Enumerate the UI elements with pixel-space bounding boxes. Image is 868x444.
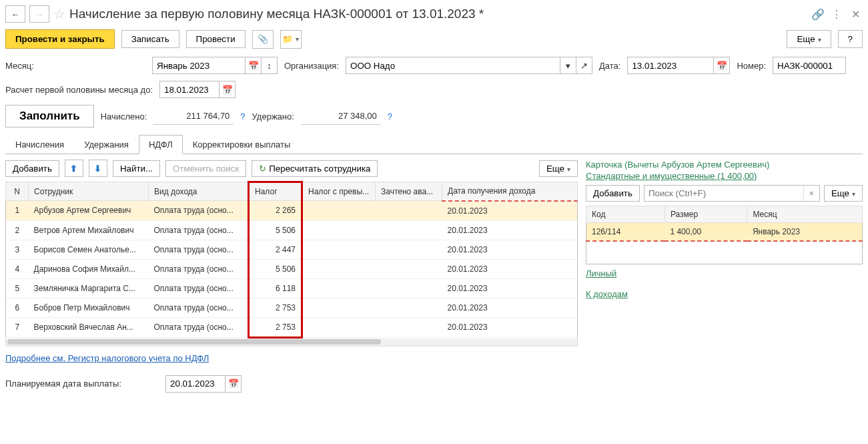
col-income-type[interactable]: Вид дохода [149,182,249,201]
tab-deductions[interactable]: Удержания [74,135,139,154]
std-deductions-link[interactable]: Стандартные и имущественные (1 400,00) [586,171,757,181]
help-button[interactable]: ? [838,30,863,48]
to-income-link[interactable]: К доходам [586,289,628,299]
favorite-star-icon[interactable]: ☆ [53,6,65,22]
date-input[interactable] [627,57,714,74]
date-calendar-icon[interactable]: 📅 [714,57,730,74]
find-button[interactable]: Найти... [113,160,160,177]
move-down-button[interactable]: ⬇ [89,160,107,177]
right-more-button[interactable]: Еще▾ [824,185,863,202]
rcol-code[interactable]: Код [586,206,665,223]
accrued-value: 211 764,70 [153,107,234,125]
tab-corrections[interactable]: Корректировки выплаты [183,135,301,154]
table-more-button[interactable]: Еще▾ [539,160,578,177]
right-search-input[interactable] [644,186,803,201]
close-icon[interactable]: ✕ [848,7,863,21]
nav-back-button[interactable]: ← [5,5,25,23]
planned-date-input[interactable] [165,375,226,393]
table-row[interactable]: 6Бобров Петр МихайловичОплата труда (осн… [6,298,578,317]
cancel-find-button[interactable]: Отменить поиск [165,160,246,177]
org-open-icon[interactable]: ↗ [576,57,592,74]
withheld-value: 27 348,00 [301,107,381,125]
col-receipt-date[interactable]: Дата получения дохода [442,182,578,201]
fill-button[interactable]: Заполнить [5,105,94,128]
recalc-button[interactable]: ↻Пересчитать сотрудника [252,160,378,177]
accrued-label: Начислено: [101,112,147,122]
folder-button[interactable]: 📁▾ [280,30,302,49]
month-spinner-icon[interactable]: ↕ [262,57,278,74]
number-label: Номер: [737,61,766,71]
rcol-size[interactable]: Размер [665,206,747,223]
link-icon[interactable]: 🔗 [811,7,825,21]
nav-forward-button[interactable]: → [29,5,49,23]
refresh-icon: ↻ [259,164,266,174]
col-tax-over[interactable]: Налог с превы... [302,182,376,201]
attachment-button[interactable]: 📎 [252,30,274,49]
deduction-row[interactable]: 126/114 1 400,00 Январь 2023 [586,223,863,242]
tax-register-link[interactable]: Подробнее см. Регистр налогового учета п… [5,353,209,363]
table-row[interactable]: 5Земляничка Маргарита С...Оплата труда (… [6,278,578,298]
post-button[interactable]: Провести [186,30,246,48]
table-row[interactable]: 1Арбузов Артем СергеевичОплата труда (ос… [6,201,578,221]
page-title: Начисление за первую половину месяца НАЗ… [69,7,484,21]
right-add-button[interactable]: Добавить [586,185,640,202]
add-row-button[interactable]: Добавить [5,160,59,177]
tab-ndfl[interactable]: НДФЛ [139,135,183,154]
deductions-table: Код Размер Месяц 126/114 1 400,00 Январь… [586,206,863,264]
accrued-help-icon[interactable]: ? [240,112,245,122]
month-input[interactable] [152,57,246,74]
number-input[interactable] [773,57,846,74]
table-row[interactable]: 3Борисов Семен Анатолье...Оплата труда (… [6,240,578,259]
more-button[interactable]: Еще▾ [787,30,831,48]
date-label: Дата: [599,61,620,71]
horizontal-scrollbar[interactable] [5,339,578,347]
withheld-label: Удержано: [252,112,294,122]
month-calendar-icon[interactable]: 📅 [246,57,262,74]
table-row[interactable]: 2Ветров Артем МихайловичОплата труда (ос… [6,220,578,240]
col-n[interactable]: N [6,182,29,201]
col-employee[interactable]: Сотрудник [29,182,149,201]
rcol-month[interactable]: Месяц [747,206,863,223]
ndfl-table: N Сотрудник Вид дохода Налог Налог с пре… [5,181,578,339]
move-up-button[interactable]: ⬆ [65,160,83,177]
kebab-menu-icon[interactable]: ⋮ [829,7,844,21]
org-dropdown-icon[interactable]: ▾ [560,57,576,74]
table-row[interactable]: 4Даринова София Михайл...Оплата труда (о… [6,259,578,278]
card-title: Карточка (Вычеты Арбузов Артем Сергеевич… [586,160,863,170]
org-label: Организация: [284,61,339,71]
calc-until-input[interactable] [159,81,220,98]
withheld-help-icon[interactable]: ? [388,112,392,122]
planned-date-label: Планируемая дата выплаты: [5,379,159,389]
personal-link[interactable]: Личный [586,268,616,278]
col-tax[interactable]: Налог [249,182,302,201]
post-and-close-button[interactable]: Провести и закрыть [5,29,115,49]
planned-date-calendar-icon[interactable]: 📅 [226,375,242,393]
calc-until-calendar-icon[interactable]: 📅 [220,81,236,98]
calc-until-label: Расчет первой половины месяца до: [5,85,153,95]
save-button[interactable]: Записать [121,30,179,48]
org-input[interactable] [346,57,560,74]
month-label: Месяц: [5,61,145,71]
table-row[interactable]: 7Верховский Вячеслав Ан...Оплата труда (… [6,317,578,337]
tab-accruals[interactable]: Начисления [5,135,74,154]
clear-search-icon[interactable]: × [803,186,819,201]
col-credited[interactable]: Зачтено ава... [376,182,442,201]
